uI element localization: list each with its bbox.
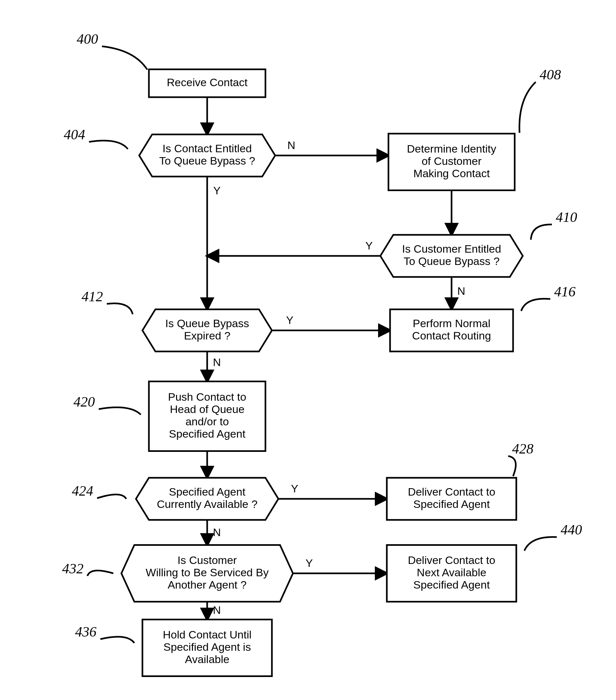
node-text-420: Push Contact to [168, 391, 246, 403]
edge-label: N [213, 526, 221, 538]
node-text-410: Is Customer Entitled [402, 242, 501, 255]
node-text-440: Deliver Contact to [408, 554, 495, 566]
leader-404 [89, 141, 128, 149]
ref-label-428: 428 [512, 441, 534, 457]
node-text-428: Specified Agent [413, 498, 490, 510]
leader-408 [519, 82, 536, 133]
node-text-424: Currently Available ? [157, 498, 257, 510]
edge-label: N [458, 285, 465, 297]
ref-label-420: 420 [74, 394, 95, 410]
node-text-404: Is Contact Entitled [163, 142, 252, 154]
ref-label-440: 440 [561, 522, 582, 538]
leader-400 [102, 46, 147, 70]
edge-label: Y [365, 239, 373, 252]
flowchart-canvas: NYYNYNYNYNReceive ContactIs Contact Enti… [0, 0, 616, 700]
ref-label-416: 416 [554, 284, 576, 300]
edge-label: Y [286, 314, 294, 326]
node-text-432: Another Agent ? [168, 578, 247, 591]
edge-label: Y [213, 184, 221, 197]
node-text-436: Hold Contact Until [163, 628, 252, 641]
ref-label-404: 404 [64, 127, 85, 142]
node-text-420: and/or to [185, 415, 229, 428]
node-text-436: Available [185, 653, 229, 665]
node-text-416: Contact Routing [412, 329, 491, 342]
ref-label-408: 408 [540, 67, 561, 83]
edge-label: N [213, 356, 221, 368]
node-text-408: Determine Identity [407, 142, 496, 155]
node-text-400: Receive Contact [167, 76, 248, 88]
edge-label: Y [291, 482, 298, 495]
leader-428 [508, 456, 516, 476]
node-text-432: Is Customer [177, 554, 236, 566]
ref-label-432: 432 [62, 561, 84, 577]
edge-label: N [213, 604, 221, 616]
leader-412 [107, 303, 133, 314]
node-text-410: To Queue Bypass ? [404, 255, 500, 267]
ref-label-424: 424 [72, 483, 93, 499]
node-text-408: Making Contact [413, 167, 490, 179]
ref-label-436: 436 [75, 624, 97, 640]
leader-420 [99, 408, 141, 415]
node-text-416: Perform Normal [413, 317, 490, 329]
edge-label: Y [306, 557, 313, 569]
leader-432 [87, 571, 113, 576]
leader-410 [531, 224, 552, 240]
ref-label-400: 400 [77, 31, 98, 47]
leader-440 [524, 537, 557, 551]
node-text-408: of Customer [422, 155, 482, 167]
node-text-420: Specified Agent [169, 428, 246, 440]
node-text-424: Specified Agent [169, 486, 246, 498]
leader-424 [97, 494, 126, 499]
leader-416 [521, 299, 550, 311]
node-text-432: Willing to Be Serviced By [146, 566, 269, 578]
node-text-404: To Queue Bypass ? [159, 154, 255, 167]
node-text-440: Specified Agent [413, 578, 490, 591]
node-text-412: Is Queue Bypass [165, 317, 249, 329]
ref-label-412: 412 [81, 289, 103, 304]
edge-label: N [287, 139, 296, 151]
ref-label-410: 410 [556, 209, 577, 225]
node-text-428: Deliver Contact to [408, 486, 495, 498]
node-text-420: Head of Queue [170, 403, 245, 415]
node-text-440: Next Available [417, 566, 487, 578]
node-text-412: Expired ? [184, 329, 230, 342]
node-text-436: Specified Agent is [164, 641, 251, 653]
leader-436 [100, 637, 134, 643]
